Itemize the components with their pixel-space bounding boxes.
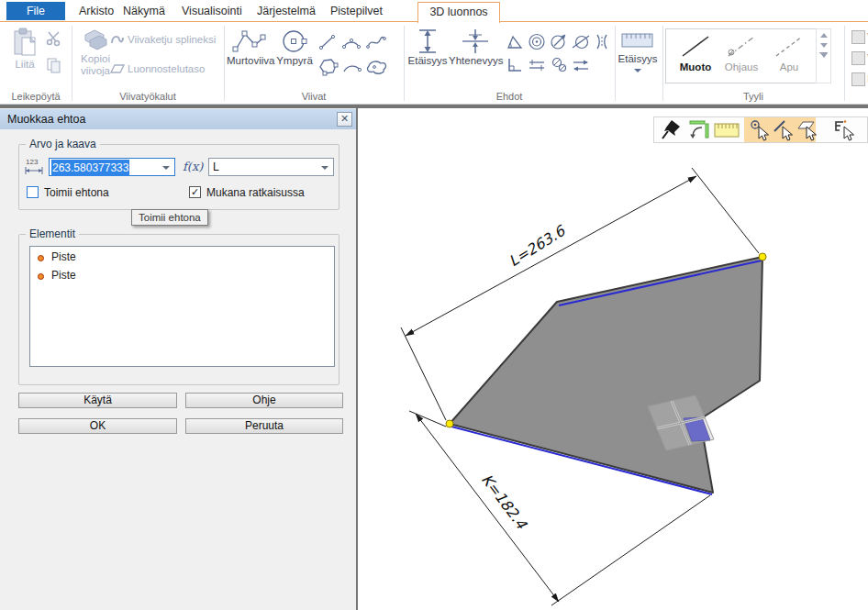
spline-tool-button[interactable] — [365, 33, 387, 54]
horizontal-distance-icon — [571, 59, 591, 72]
value-formula-group-label: Arvo ja kaava — [26, 139, 100, 150]
tab-visualisointi[interactable]: Visualisointi — [172, 2, 251, 20]
fx-label: f(x) — [183, 160, 203, 173]
dashed-line-icon — [771, 33, 807, 59]
arc2-tool-button[interactable] — [341, 59, 363, 78]
gallery-scroll-down-button[interactable] — [817, 43, 830, 48]
list-item[interactable]: Piste — [30, 250, 334, 265]
cancel-button[interactable]: Peruuta — [185, 418, 343, 434]
polyline-button[interactable]: Murtoviiva — [227, 28, 273, 88]
value-combobox-text: 263.580377333 — [51, 160, 129, 176]
chevron-down-icon[interactable] — [321, 166, 328, 170]
spline-chain-icon — [110, 33, 125, 49]
acts-as-constraint-checkbox[interactable] — [27, 186, 39, 198]
diameter-constraint-button[interactable] — [550, 33, 569, 53]
sketch-viewport: L=263.6 K=182.4 — [358, 108, 868, 610]
select-edge-filter-button[interactable] — [770, 118, 796, 141]
elements-group-label: Elementit — [26, 228, 79, 240]
formula-combobox-text: L — [213, 161, 219, 173]
help-button[interactable]: Ohje — [185, 393, 343, 408]
tangent-constraint-icon — [571, 33, 591, 50]
cut-button[interactable] — [46, 30, 64, 47]
style-muoto-button[interactable]: Muoto — [673, 33, 718, 79]
circle-label: Ympyrä — [274, 55, 315, 67]
extension-line — [401, 327, 446, 420]
right-checkbox-3[interactable] — [851, 72, 865, 86]
spline-tool-icon — [365, 33, 387, 51]
distance-constraint-button[interactable]: Etäisyys — [406, 28, 449, 88]
list-item[interactable]: Piste — [30, 268, 334, 283]
style-apu-button[interactable]: Apu — [767, 33, 811, 79]
apply-button[interactable]: Käytä — [18, 393, 177, 408]
right-checkbox-1[interactable] — [851, 30, 865, 44]
pushpin-icon — [661, 119, 681, 140]
line-tool-button[interactable] — [317, 33, 338, 54]
tab-3d-luonnos[interactable]: 3D luonnos — [417, 2, 500, 23]
select-point-filter-button[interactable] — [746, 118, 773, 141]
style-ohjaus-button[interactable]: Ohjaus — [719, 33, 763, 79]
gallery-expand-button[interactable] — [817, 52, 830, 58]
spline-chain-button[interactable]: Viivaketju splineksi — [110, 33, 222, 48]
drawing-canvas[interactable]: L=263.6 K=182.4 — [358, 108, 868, 610]
equal-constraint-button[interactable] — [550, 57, 569, 76]
formula-combobox[interactable]: L — [208, 158, 334, 176]
tab-pistepilvet[interactable]: Pistepilvet — [321, 2, 392, 20]
extension-line — [692, 168, 759, 253]
concentric-constraint-button[interactable] — [528, 33, 546, 53]
paste-button[interactable]: Liitä — [7, 28, 42, 88]
tab-jarjestelma[interactable]: Järjestelmä — [248, 2, 325, 20]
select-element-filter-button[interactable] — [830, 118, 857, 141]
gallery-scroll-up-button[interactable] — [817, 33, 830, 38]
symmetry-constraint-button[interactable] — [592, 33, 612, 53]
chevron-down-icon[interactable] — [162, 166, 170, 170]
angle-constraint-button[interactable] — [506, 34, 524, 52]
dialog-title[interactable]: Muokkaa ehtoa — [0, 109, 356, 129]
right-checkbox-2[interactable] — [851, 51, 865, 65]
point-bullet-icon — [38, 273, 44, 280]
parallel-constraint-button[interactable] — [528, 59, 546, 75]
measure-distance-button[interactable]: Etäisyys — [613, 29, 662, 86]
angle-constraint-icon — [506, 34, 524, 50]
measure-button[interactable] — [713, 118, 740, 141]
select-point-icon — [749, 119, 771, 141]
arc-tool-button[interactable] — [340, 33, 362, 54]
perpendicular-constraint-button[interactable] — [506, 57, 524, 76]
tab-nakyma[interactable]: Näkymä — [114, 2, 174, 20]
line-tool-icon — [317, 33, 338, 51]
copy-lines-icon — [77, 28, 114, 53]
polygon-tool-button[interactable] — [317, 57, 339, 80]
copy-lines-label: Kopioi viivoja — [77, 53, 114, 77]
solid-line-icon — [677, 33, 714, 59]
tangent-constraint-button[interactable] — [571, 33, 591, 53]
copy-lines-button[interactable]: Kopioi viivoja — [77, 28, 114, 88]
value-combobox[interactable]: 263.580377333 — [49, 158, 175, 176]
polyline-icon — [227, 28, 273, 55]
ok-button[interactable]: OK — [18, 418, 177, 434]
sketch-plane-button[interactable]: Luonnostelutaso — [110, 62, 222, 77]
circle-button[interactable]: Ympyrä — [274, 28, 315, 88]
include-in-solve-checkbox[interactable]: ✓ — [189, 186, 201, 198]
include-in-solve-label: Mukana ratkaisussa — [206, 186, 305, 199]
sketch-point-2 — [759, 253, 766, 261]
closed-spline-tool-button[interactable] — [365, 59, 389, 78]
dialog-close-button[interactable]: ✕ — [337, 112, 352, 127]
elements-list[interactable]: Piste Piste — [29, 246, 335, 367]
horizontal-distance-button[interactable] — [571, 59, 591, 75]
style-gallery-scrollbar — [816, 28, 831, 83]
symmetry-constraint-icon — [592, 33, 612, 50]
select-face-filter-button[interactable] — [794, 118, 820, 141]
equal-constraint-icon — [550, 57, 569, 73]
acts-as-constraint-label: Toimii ehtona — [44, 186, 109, 199]
orient-plane-button[interactable] — [685, 118, 712, 141]
app-window: { "ribbon": { "tabs": ["File", "Arkisto"… — [0, 0, 868, 610]
tab-file[interactable]: File — [6, 2, 65, 20]
pin-button[interactable] — [657, 118, 684, 141]
ribbon: Liitä Leikepöytä Kopioi viivoja — [0, 22, 868, 104]
sketch-solid-shape — [450, 257, 762, 494]
extension-line — [409, 411, 446, 427]
coincident-constraint-button[interactable]: Yhtenevyys — [449, 28, 502, 88]
group-caption-leikepoyta: Leikepöytä — [0, 90, 72, 103]
group-caption-tyyli: Tyyli — [662, 90, 844, 103]
copy-button[interactable] — [46, 57, 64, 73]
ribbon-tab-bar: File Arkisto Näkymä Visualisointi Järjes… — [0, 0, 868, 22]
